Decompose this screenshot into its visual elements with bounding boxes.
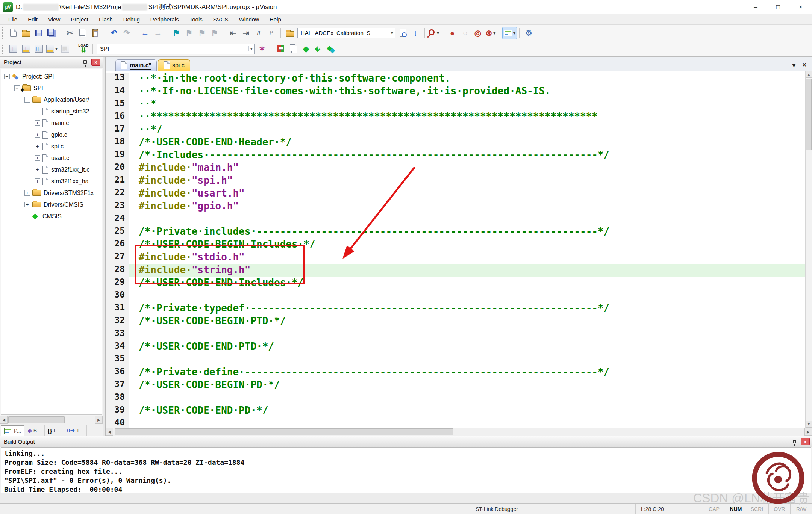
tree-item-stm32f1xx-it-c[interactable]: +stm32f1xx_it.c: [1, 164, 102, 175]
minimize-button[interactable]: –: [744, 0, 767, 14]
kill-all-breakpoints-button[interactable]: ⊗▾: [484, 27, 497, 39]
close-file-icon[interactable]: ✕: [802, 62, 807, 68]
menu-view[interactable]: View: [43, 14, 65, 25]
component-viewer-button[interactable]: [325, 43, 338, 55]
comment-selection-button[interactable]: //: [252, 27, 265, 39]
menu-tools[interactable]: Tools: [184, 14, 208, 25]
menu-edit[interactable]: Edit: [23, 14, 43, 25]
expand-icon[interactable]: +: [24, 190, 30, 196]
editor-hscrollbar[interactable]: ◀ ▶: [106, 428, 812, 436]
target-select-combobox[interactable]: SPI▾: [95, 43, 256, 55]
menu-help[interactable]: Help: [264, 14, 286, 25]
open-file-button[interactable]: [20, 27, 32, 39]
project-tree-hscrollbar[interactable]: ◀ ▶: [0, 416, 103, 424]
translate-file-button[interactable]: [7, 43, 20, 55]
collapse-icon[interactable]: −: [4, 74, 10, 79]
uncomment-selection-button[interactable]: /*: [265, 27, 278, 39]
scrollbar-thumb[interactable]: [115, 428, 453, 435]
scroll-left-icon[interactable]: ◀: [106, 428, 113, 436]
tree-item-main-c[interactable]: +main.c: [1, 117, 102, 129]
undo-button[interactable]: ↶: [108, 27, 120, 39]
save-all-button[interactable]: [45, 27, 58, 39]
close-button[interactable]: ×: [789, 0, 812, 14]
menu-debug[interactable]: Debug: [118, 14, 145, 25]
indent-button[interactable]: ⇥: [239, 27, 252, 39]
project-tab[interactable]: P...: [1, 425, 24, 436]
search-term-combobox[interactable]: HAL_ADCEx_Calibration_S▾: [296, 27, 396, 39]
configure-wrench-button[interactable]: ⚙: [522, 27, 535, 39]
next-bookmark-button[interactable]: ⚑: [195, 27, 208, 39]
toggle-bookmark-button[interactable]: ⚑: [170, 27, 183, 39]
pack-installer-button[interactable]: ◆: [300, 43, 312, 55]
tree-item-stm32f1xx-ha[interactable]: +stm32f1xx_ha: [1, 175, 102, 187]
scroll-up-icon[interactable]: ▲: [806, 71, 812, 78]
expand-icon[interactable]: +: [35, 178, 40, 184]
new-file-button[interactable]: [7, 27, 20, 39]
outdent-button[interactable]: ⇤: [227, 27, 239, 39]
find-in-files-button[interactable]: [283, 27, 296, 39]
scrollbar-thumb[interactable]: [8, 416, 65, 423]
tree-item-cmsis[interactable]: −CMSIS: [1, 210, 102, 222]
disable-all-breakpoints-button[interactable]: ◎: [471, 27, 484, 39]
manage-project-items-button[interactable]: [287, 43, 300, 55]
menu-file[interactable]: File: [3, 14, 23, 25]
navigate-back-button[interactable]: ←: [139, 27, 151, 39]
rebuild-all-button[interactable]: [32, 43, 45, 55]
expand-icon[interactable]: +: [24, 202, 30, 207]
target-options-wand-button[interactable]: ✶: [256, 43, 268, 55]
expand-icon[interactable]: +: [35, 120, 40, 126]
find-in-files-dialog-button[interactable]: [396, 27, 409, 39]
scroll-down-icon[interactable]: ▼: [806, 421, 812, 428]
tab-main-c[interactable]: main.c*: [115, 59, 157, 71]
expand-icon[interactable]: +: [35, 155, 40, 161]
stop-build-button[interactable]: [59, 43, 71, 55]
navigate-forward-button[interactable]: →: [151, 27, 164, 39]
tree-item-startup-stm32[interactable]: −startup_stm32: [1, 106, 102, 117]
tree-item-application-user[interactable]: −Application/User/: [1, 94, 102, 106]
scroll-right-icon[interactable]: ▶: [95, 416, 103, 424]
tree-item-gpio-c[interactable]: +gpio.c: [1, 129, 102, 141]
find-button[interactable]: ▾: [427, 27, 440, 39]
manage-rte-button[interactable]: [274, 43, 287, 55]
menu-project[interactable]: Project: [65, 14, 94, 25]
clear-all-bookmarks-button[interactable]: ⚑: [208, 27, 221, 39]
books-tab[interactable]: ◈B...: [24, 425, 45, 436]
save-button[interactable]: [32, 27, 45, 39]
collapse-icon[interactable]: −: [24, 97, 30, 103]
expand-icon[interactable]: +: [35, 132, 40, 138]
functions-tab[interactable]: {}F...: [45, 425, 64, 436]
expand-icon[interactable]: +: [35, 167, 40, 172]
build-button[interactable]: [20, 43, 32, 55]
pin-icon[interactable]: [83, 60, 87, 64]
expand-icon[interactable]: +: [35, 144, 40, 149]
scrollbar-thumb[interactable]: [806, 79, 812, 150]
incremental-find-button[interactable]: ↓: [409, 27, 422, 39]
previous-bookmark-button[interactable]: ⚑: [183, 27, 195, 39]
batch-build-button[interactable]: ▾: [45, 43, 59, 55]
tree-item-drivers-cmsis[interactable]: +Drivers/CMSIS: [1, 199, 102, 210]
menu-svcs[interactable]: SVCS: [208, 14, 234, 25]
insert-breakpoint-button[interactable]: ●: [446, 27, 459, 39]
select-software-packs-button[interactable]: [312, 43, 325, 55]
menu-flash[interactable]: Flash: [94, 14, 118, 25]
editor-vscrollbar[interactable]: ▲ ▼: [805, 71, 812, 428]
tree-item-project-spi[interactable]: −Project: SPI: [1, 71, 102, 82]
tree-item-spi-c[interactable]: +spi.c: [1, 141, 102, 152]
tree-item-drivers-stm32f1x[interactable]: +Drivers/STM32F1x: [1, 187, 102, 199]
templates-tab[interactable]: 0➜T...: [64, 425, 87, 436]
paste-button[interactable]: [89, 27, 102, 39]
build-output-close-button[interactable]: x: [801, 438, 810, 445]
enable-disable-breakpoint-button[interactable]: ○: [459, 27, 471, 39]
scroll-left-icon[interactable]: ◀: [0, 416, 8, 424]
cut-button[interactable]: ✂: [64, 27, 76, 39]
code-editor[interactable]: 13··*·in·the·root·directory·of·this·soft…: [106, 71, 805, 428]
maximize-button[interactable]: □: [767, 0, 789, 14]
project-panel-close-button[interactable]: x: [91, 59, 100, 66]
tab-spi-c[interactable]: spi.c: [158, 59, 190, 71]
scroll-right-icon[interactable]: ▶: [804, 428, 812, 436]
pin-icon[interactable]: [793, 440, 796, 443]
download-to-flash-button[interactable]: LOAD⇊: [77, 43, 90, 55]
menu-window[interactable]: Window: [234, 14, 264, 25]
menu-peripherals[interactable]: Peripherals: [145, 14, 184, 25]
tab-list-dropdown-icon[interactable]: ▼: [791, 62, 797, 68]
